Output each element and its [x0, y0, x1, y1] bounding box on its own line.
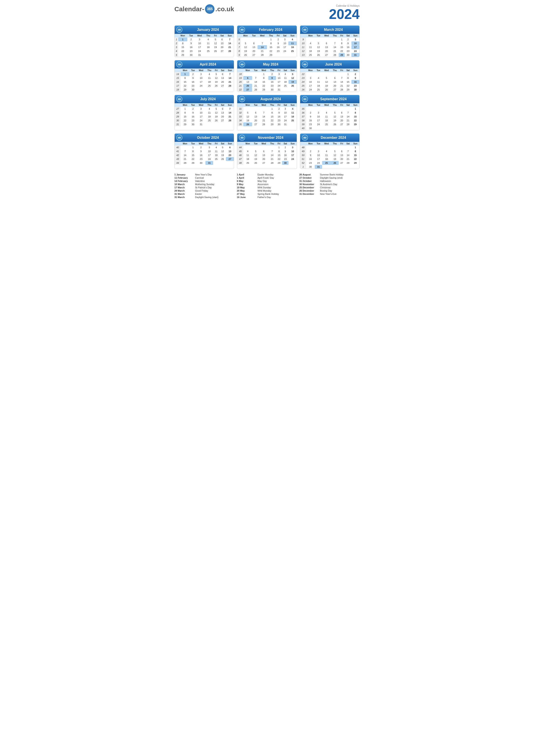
calendar-day: 13 — [339, 115, 345, 119]
holiday-item: 31 DecemberNew Year's Eve — [299, 193, 360, 195]
month-title-10: November 2024 — [246, 136, 295, 140]
weekday-header: Wed — [259, 68, 268, 72]
weekday-header: Fri — [339, 68, 345, 72]
week-number: 1 — [300, 165, 306, 169]
calendar-day: 9 — [190, 76, 197, 80]
month-card-3: 365 April 2024MonTueWedThuFriSatSun14123… — [174, 60, 234, 92]
calendar-day: 7 — [181, 149, 189, 153]
holiday-name: Carnival — [195, 176, 204, 179]
calendar-day: 8 — [181, 76, 189, 80]
calendar-day: 7 — [345, 111, 351, 115]
calendar-day — [306, 146, 315, 149]
calendar-day: 8 — [178, 41, 187, 45]
week-number: 10 — [300, 41, 306, 45]
calendar-day: 23 — [190, 119, 197, 122]
calendar-day: 30 — [351, 88, 359, 92]
logo-365-badge: 365 — [205, 4, 215, 14]
calendar-day — [315, 72, 322, 76]
week-number: 22 — [237, 88, 243, 92]
calendar-day: 16 — [268, 80, 276, 84]
calendar-day: 16 — [190, 115, 197, 119]
calendar-day: 22 — [276, 157, 282, 161]
calendar-day: 30 — [190, 122, 197, 126]
week-number: 9 — [300, 38, 306, 41]
week-number: 12 — [300, 49, 306, 53]
calendar-day: 28 — [345, 122, 351, 126]
calendar-day: 4 — [315, 76, 322, 80]
holiday-name: Christmas — [320, 186, 331, 189]
calendar-day: 28 — [252, 88, 260, 92]
holiday-date: 1 January — [174, 173, 194, 176]
calendar-day: 17 — [282, 115, 289, 119]
calendar-day: 29 — [276, 161, 282, 165]
month-title-8: September 2024 — [309, 97, 358, 101]
weekday-header: Wed — [258, 34, 267, 38]
weekday-header: Thu — [331, 103, 339, 107]
calendar-day: 23 — [196, 157, 205, 161]
weekday-header: Sat — [219, 68, 226, 72]
weekday-header: Fri — [276, 103, 282, 107]
calendar-day — [212, 53, 218, 57]
calendar-day: 27 — [250, 53, 258, 57]
calendar-day: 27 — [259, 161, 268, 165]
calendar-day: 29 — [351, 122, 359, 126]
holiday-date: 16 June — [237, 196, 256, 199]
calendar-day: 18 — [205, 80, 213, 84]
calendar-day: 23 — [282, 157, 289, 161]
calendar-day: 28 — [268, 161, 276, 165]
calendar-day: 25 — [205, 84, 213, 88]
calendar-day: 30 — [282, 161, 289, 165]
calendar-day — [281, 53, 288, 57]
weekday-header: Tue — [315, 103, 322, 107]
calendar-day: 16 — [276, 115, 282, 119]
calendar-day: 14 — [339, 80, 345, 84]
month-table-3: MonTueWedThuFriSatSun1412345671589101112… — [175, 68, 234, 92]
month-badge-11: 365 — [302, 135, 308, 141]
calendar-day — [241, 38, 250, 41]
month-card-8: 365 September 2024MonTueWedThuFriSatSun3… — [300, 95, 360, 130]
holiday-item: 25 DecemberChristmas — [299, 186, 360, 189]
weekday-header: Wed — [195, 34, 204, 38]
calendar-day: 16 — [190, 80, 197, 84]
month-badge-6: 365 — [176, 96, 182, 102]
month-title-3: April 2024 — [184, 63, 232, 67]
month-header-0: 365 January 2024 — [175, 26, 234, 34]
month-badge-10: 365 — [239, 135, 245, 141]
month-table-1: MonTueWedThuFriSatSun5123465678910117121… — [237, 34, 296, 57]
calendar-day: 15 — [268, 115, 276, 119]
weekday-header: Wed — [259, 142, 268, 146]
calendar-day: 30 — [306, 126, 315, 130]
week-num-header-6 — [175, 103, 181, 107]
calendar-day: 28 — [226, 84, 234, 88]
calendar-day: 7 — [268, 149, 276, 153]
calendar-day: 22 — [181, 84, 189, 88]
week-number: 29 — [175, 115, 181, 119]
holiday-date: 31 March — [174, 193, 194, 195]
calendar-day: 29 — [181, 88, 189, 92]
calendar-day — [315, 126, 322, 130]
month-table-9: MonTueWedThuFriSatSun4012345641789101112… — [175, 142, 234, 165]
weekday-header: Tue — [315, 142, 322, 146]
week-number: 5 — [237, 38, 241, 41]
week-number: 35 — [300, 107, 306, 111]
month-card-1: 365 February 2024MonTueWedThuFriSatSun51… — [237, 25, 297, 57]
calendar-day: 5 — [252, 149, 260, 153]
calendar-day: 29 — [339, 53, 345, 57]
calendar-day — [339, 126, 345, 130]
weekday-header: Mon — [306, 68, 315, 72]
week-number: 52 — [300, 161, 306, 165]
month-header-7: 365 August 2024 — [237, 95, 296, 103]
calendar-day: 2 — [306, 149, 315, 153]
week-number: 4 — [175, 49, 178, 53]
calendar-day: 8 — [345, 76, 351, 80]
calendar-day: 6 — [331, 76, 339, 80]
calendar-day: 7 — [252, 76, 260, 80]
calendar-day: 21 — [345, 119, 351, 122]
calendar-day — [322, 146, 331, 149]
weekday-header: Fri — [213, 142, 219, 146]
weekday-header: Sun — [289, 68, 296, 72]
calendar-day: 1 — [178, 38, 187, 41]
calendar-day: 9 — [306, 115, 315, 119]
calendar-day — [258, 38, 267, 41]
calendar-day: 1 — [339, 38, 345, 41]
